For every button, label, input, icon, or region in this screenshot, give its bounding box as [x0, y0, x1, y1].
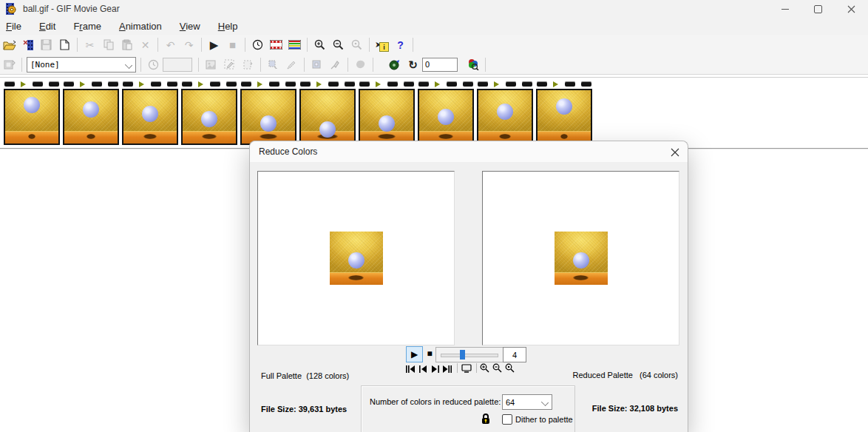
menu-edit[interactable]: Edit	[30, 21, 64, 32]
next-frame-button[interactable]	[430, 364, 441, 374]
help-button[interactable]: ?	[391, 37, 410, 53]
cut-icon: ✂	[86, 40, 95, 50]
mask-button[interactable]	[351, 56, 370, 72]
timing-button[interactable]	[248, 37, 267, 53]
window-controls	[768, 0, 868, 18]
filmstrip-frame[interactable]	[536, 79, 592, 145]
view-frames-button[interactable]	[285, 37, 304, 53]
preview-zoom-in-button[interactable]	[479, 363, 490, 373]
copy-button[interactable]	[99, 37, 118, 53]
palette-button[interactable]	[464, 56, 482, 72]
perforation	[210, 81, 220, 87]
dialog-close-button[interactable]	[669, 146, 681, 158]
minimize-button[interactable]	[768, 0, 801, 18]
paste-icon	[122, 39, 132, 50]
play-button[interactable]: ▶	[205, 37, 223, 53]
preview-zoom-out-button[interactable]	[492, 363, 503, 373]
reduce-colors-dialog: Reduce Colors Full Palette (128 colors) …	[249, 141, 688, 432]
menu-file[interactable]: File	[0, 21, 30, 32]
perforation-row	[536, 79, 592, 89]
menu-view[interactable]: View	[171, 21, 209, 32]
last-frame-icon	[443, 365, 452, 373]
filmstrip-frame[interactable]	[477, 79, 533, 145]
previous-frame-icon	[419, 365, 427, 373]
preview-zoom-actual-button[interactable]	[504, 363, 515, 373]
control-separator	[457, 363, 458, 373]
insert-image-icon	[206, 59, 217, 70]
slider-thumb[interactable]	[460, 350, 465, 360]
control-separator	[476, 363, 477, 373]
undo-button[interactable]: ↶	[161, 37, 180, 53]
zoom-actual-button[interactable]	[347, 37, 366, 53]
paste-button[interactable]	[118, 37, 136, 53]
save-button[interactable]	[37, 37, 55, 53]
filmstrip-frame[interactable]	[4, 79, 60, 145]
preview-filmstrip-button[interactable]	[267, 37, 285, 53]
frame-thumbnail[interactable]	[122, 89, 178, 145]
frame-thumbnail[interactable]	[299, 89, 356, 145]
preview-stop-button[interactable]: ■	[423, 347, 436, 360]
menu-animation[interactable]: Animation	[110, 21, 171, 32]
previous-frame-button[interactable]	[417, 364, 428, 374]
lock-palette-button[interactable]	[481, 413, 491, 425]
last-frame-button[interactable]	[441, 364, 452, 374]
frame-thumbnail[interactable]	[536, 89, 592, 145]
preview-play-button[interactable]: ▶	[406, 346, 423, 362]
reduced-palette-label: Reduced Palette (64 colors)	[572, 370, 678, 381]
optimize-button[interactable]	[385, 56, 404, 72]
open-file-button[interactable]	[0, 37, 18, 53]
frame-marker-icon	[198, 81, 203, 87]
frame-slider[interactable]	[435, 347, 503, 362]
preview-monitor-button[interactable]	[461, 363, 472, 373]
first-frame-button[interactable]	[404, 364, 416, 374]
zoom-out-button[interactable]	[329, 37, 347, 53]
stop-button[interactable]: ■	[223, 37, 242, 53]
cut-button[interactable]: ✂	[81, 37, 99, 53]
eyedropper-button[interactable]	[326, 56, 345, 72]
filmstrip-frame[interactable]	[240, 79, 296, 145]
delay-input[interactable]	[163, 58, 192, 72]
selection-button[interactable]	[264, 56, 282, 72]
delay-clock-button[interactable]	[144, 56, 163, 72]
frame-thumbnail[interactable]	[63, 89, 119, 145]
frame-thumbnail[interactable]	[359, 89, 415, 145]
filmstrip-frame[interactable]	[122, 79, 178, 145]
filmstrip-frame[interactable]	[299, 79, 356, 145]
menu-frame[interactable]: Frame	[64, 21, 110, 32]
reduced-palette-info: Reduced Palette (64 colors) File Size: 3…	[572, 348, 678, 432]
context-help-button[interactable]: ➤i	[373, 37, 391, 53]
transition-select[interactable]: [None]	[27, 57, 136, 72]
filmstrip-frame[interactable]	[181, 79, 237, 145]
frame-properties-button[interactable]	[0, 56, 18, 72]
new-frame-button[interactable]	[55, 37, 74, 53]
filmstrip-frame[interactable]	[418, 79, 474, 145]
perforation-row	[240, 79, 296, 89]
insert-image-button[interactable]	[202, 56, 220, 72]
frame-thumbnail[interactable]	[418, 89, 474, 145]
colors-count-select[interactable]: 64	[502, 394, 552, 410]
menu-help[interactable]: Help	[209, 21, 247, 32]
redo-button[interactable]: ↷	[180, 37, 198, 53]
frame-thumbnail[interactable]	[4, 89, 60, 145]
filmstrip-frame[interactable]	[63, 79, 119, 145]
duplicate-frame-button[interactable]	[239, 56, 257, 72]
draw-button[interactable]	[282, 56, 301, 72]
edit-frame-button[interactable]	[220, 56, 239, 72]
delete-frame-button[interactable]: ✕	[136, 37, 155, 53]
insert-frames-button[interactable]	[18, 37, 37, 53]
frame-thumbnail[interactable]	[240, 89, 296, 145]
frame-thumbnail[interactable]	[181, 89, 237, 145]
zoom-actual-icon	[351, 39, 362, 50]
zoom-in-button[interactable]	[311, 37, 329, 53]
loop-count-button[interactable]: ↻	[404, 56, 422, 72]
toolbar-separator	[157, 38, 158, 52]
maximize-button[interactable]	[801, 0, 835, 18]
dither-checkbox[interactable]	[502, 414, 512, 425]
frame-thumbnail[interactable]	[477, 89, 533, 145]
loop-count-input[interactable]	[422, 58, 458, 72]
close-button[interactable]	[835, 0, 868, 18]
perforation	[300, 81, 311, 87]
full-palette-preview-pane	[257, 171, 455, 345]
crop-button[interactable]	[308, 56, 326, 72]
filmstrip-frame[interactable]	[359, 79, 415, 145]
